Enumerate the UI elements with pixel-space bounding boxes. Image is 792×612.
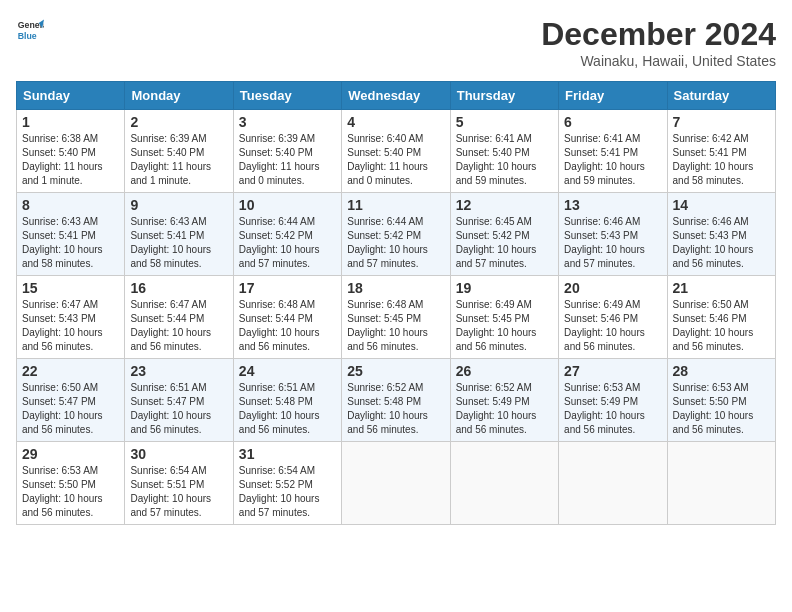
day-cell: 13Sunrise: 6:46 AMSunset: 5:43 PMDayligh…: [559, 193, 667, 276]
title-block: December 2024 Wainaku, Hawaii, United St…: [541, 16, 776, 69]
day-cell: 18Sunrise: 6:48 AMSunset: 5:45 PMDayligh…: [342, 276, 450, 359]
day-number: 26: [456, 363, 553, 379]
day-info: Sunrise: 6:51 AMSunset: 5:48 PMDaylight:…: [239, 381, 336, 437]
day-info: Sunrise: 6:44 AMSunset: 5:42 PMDaylight:…: [347, 215, 444, 271]
day-info: Sunrise: 6:43 AMSunset: 5:41 PMDaylight:…: [130, 215, 227, 271]
day-info: Sunrise: 6:53 AMSunset: 5:50 PMDaylight:…: [22, 464, 119, 520]
day-info: Sunrise: 6:42 AMSunset: 5:41 PMDaylight:…: [673, 132, 770, 188]
day-info: Sunrise: 6:38 AMSunset: 5:40 PMDaylight:…: [22, 132, 119, 188]
day-number: 6: [564, 114, 661, 130]
day-number: 28: [673, 363, 770, 379]
day-cell: 30Sunrise: 6:54 AMSunset: 5:51 PMDayligh…: [125, 442, 233, 525]
day-info: Sunrise: 6:49 AMSunset: 5:45 PMDaylight:…: [456, 298, 553, 354]
calendar-table: SundayMondayTuesdayWednesdayThursdayFrid…: [16, 81, 776, 525]
day-info: Sunrise: 6:54 AMSunset: 5:52 PMDaylight:…: [239, 464, 336, 520]
day-info: Sunrise: 6:48 AMSunset: 5:45 PMDaylight:…: [347, 298, 444, 354]
day-cell: 26Sunrise: 6:52 AMSunset: 5:49 PMDayligh…: [450, 359, 558, 442]
day-number: 19: [456, 280, 553, 296]
day-info: Sunrise: 6:48 AMSunset: 5:44 PMDaylight:…: [239, 298, 336, 354]
day-cell: 14Sunrise: 6:46 AMSunset: 5:43 PMDayligh…: [667, 193, 775, 276]
day-number: 16: [130, 280, 227, 296]
day-number: 31: [239, 446, 336, 462]
day-info: Sunrise: 6:41 AMSunset: 5:41 PMDaylight:…: [564, 132, 661, 188]
day-cell: 16Sunrise: 6:47 AMSunset: 5:44 PMDayligh…: [125, 276, 233, 359]
day-number: 3: [239, 114, 336, 130]
day-cell: 15Sunrise: 6:47 AMSunset: 5:43 PMDayligh…: [17, 276, 125, 359]
week-row-2: 8Sunrise: 6:43 AMSunset: 5:41 PMDaylight…: [17, 193, 776, 276]
day-number: 17: [239, 280, 336, 296]
day-number: 11: [347, 197, 444, 213]
day-info: Sunrise: 6:47 AMSunset: 5:44 PMDaylight:…: [130, 298, 227, 354]
day-info: Sunrise: 6:52 AMSunset: 5:49 PMDaylight:…: [456, 381, 553, 437]
day-cell: 21Sunrise: 6:50 AMSunset: 5:46 PMDayligh…: [667, 276, 775, 359]
day-number: 5: [456, 114, 553, 130]
day-number: 7: [673, 114, 770, 130]
day-number: 27: [564, 363, 661, 379]
svg-text:Blue: Blue: [18, 31, 37, 41]
day-info: Sunrise: 6:52 AMSunset: 5:48 PMDaylight:…: [347, 381, 444, 437]
day-number: 8: [22, 197, 119, 213]
day-number: 23: [130, 363, 227, 379]
day-info: Sunrise: 6:43 AMSunset: 5:41 PMDaylight:…: [22, 215, 119, 271]
day-number: 9: [130, 197, 227, 213]
day-info: Sunrise: 6:53 AMSunset: 5:50 PMDaylight:…: [673, 381, 770, 437]
day-cell: 19Sunrise: 6:49 AMSunset: 5:45 PMDayligh…: [450, 276, 558, 359]
day-number: 30: [130, 446, 227, 462]
svg-text:General: General: [18, 20, 44, 30]
day-number: 12: [456, 197, 553, 213]
day-cell: 24Sunrise: 6:51 AMSunset: 5:48 PMDayligh…: [233, 359, 341, 442]
day-number: 22: [22, 363, 119, 379]
week-row-3: 15Sunrise: 6:47 AMSunset: 5:43 PMDayligh…: [17, 276, 776, 359]
weekday-monday: Monday: [125, 82, 233, 110]
day-cell: 6Sunrise: 6:41 AMSunset: 5:41 PMDaylight…: [559, 110, 667, 193]
day-cell: 2Sunrise: 6:39 AMSunset: 5:40 PMDaylight…: [125, 110, 233, 193]
day-info: Sunrise: 6:53 AMSunset: 5:49 PMDaylight:…: [564, 381, 661, 437]
day-info: Sunrise: 6:45 AMSunset: 5:42 PMDaylight:…: [456, 215, 553, 271]
day-info: Sunrise: 6:49 AMSunset: 5:46 PMDaylight:…: [564, 298, 661, 354]
day-number: 10: [239, 197, 336, 213]
day-cell: [342, 442, 450, 525]
month-title: December 2024: [541, 16, 776, 53]
day-number: 21: [673, 280, 770, 296]
day-info: Sunrise: 6:39 AMSunset: 5:40 PMDaylight:…: [130, 132, 227, 188]
day-info: Sunrise: 6:46 AMSunset: 5:43 PMDaylight:…: [564, 215, 661, 271]
weekday-thursday: Thursday: [450, 82, 558, 110]
calendar-body: 1Sunrise: 6:38 AMSunset: 5:40 PMDaylight…: [17, 110, 776, 525]
logo-icon: General Blue: [16, 16, 44, 44]
day-cell: [450, 442, 558, 525]
day-cell: 4Sunrise: 6:40 AMSunset: 5:40 PMDaylight…: [342, 110, 450, 193]
weekday-friday: Friday: [559, 82, 667, 110]
day-cell: 29Sunrise: 6:53 AMSunset: 5:50 PMDayligh…: [17, 442, 125, 525]
day-cell: 20Sunrise: 6:49 AMSunset: 5:46 PMDayligh…: [559, 276, 667, 359]
day-cell: 17Sunrise: 6:48 AMSunset: 5:44 PMDayligh…: [233, 276, 341, 359]
day-cell: 5Sunrise: 6:41 AMSunset: 5:40 PMDaylight…: [450, 110, 558, 193]
day-number: 29: [22, 446, 119, 462]
weekday-saturday: Saturday: [667, 82, 775, 110]
weekday-tuesday: Tuesday: [233, 82, 341, 110]
day-number: 15: [22, 280, 119, 296]
day-cell: 23Sunrise: 6:51 AMSunset: 5:47 PMDayligh…: [125, 359, 233, 442]
day-info: Sunrise: 6:47 AMSunset: 5:43 PMDaylight:…: [22, 298, 119, 354]
day-info: Sunrise: 6:54 AMSunset: 5:51 PMDaylight:…: [130, 464, 227, 520]
day-cell: 28Sunrise: 6:53 AMSunset: 5:50 PMDayligh…: [667, 359, 775, 442]
weekday-sunday: Sunday: [17, 82, 125, 110]
page-header: General Blue December 2024 Wainaku, Hawa…: [16, 16, 776, 69]
day-cell: [559, 442, 667, 525]
day-cell: 8Sunrise: 6:43 AMSunset: 5:41 PMDaylight…: [17, 193, 125, 276]
week-row-5: 29Sunrise: 6:53 AMSunset: 5:50 PMDayligh…: [17, 442, 776, 525]
day-number: 2: [130, 114, 227, 130]
day-cell: 11Sunrise: 6:44 AMSunset: 5:42 PMDayligh…: [342, 193, 450, 276]
day-number: 25: [347, 363, 444, 379]
weekday-header-row: SundayMondayTuesdayWednesdayThursdayFrid…: [17, 82, 776, 110]
day-cell: 1Sunrise: 6:38 AMSunset: 5:40 PMDaylight…: [17, 110, 125, 193]
day-cell: 27Sunrise: 6:53 AMSunset: 5:49 PMDayligh…: [559, 359, 667, 442]
day-number: 1: [22, 114, 119, 130]
day-info: Sunrise: 6:50 AMSunset: 5:47 PMDaylight:…: [22, 381, 119, 437]
location: Wainaku, Hawaii, United States: [541, 53, 776, 69]
day-number: 20: [564, 280, 661, 296]
day-info: Sunrise: 6:46 AMSunset: 5:43 PMDaylight:…: [673, 215, 770, 271]
weekday-wednesday: Wednesday: [342, 82, 450, 110]
day-number: 24: [239, 363, 336, 379]
week-row-1: 1Sunrise: 6:38 AMSunset: 5:40 PMDaylight…: [17, 110, 776, 193]
day-cell: 22Sunrise: 6:50 AMSunset: 5:47 PMDayligh…: [17, 359, 125, 442]
